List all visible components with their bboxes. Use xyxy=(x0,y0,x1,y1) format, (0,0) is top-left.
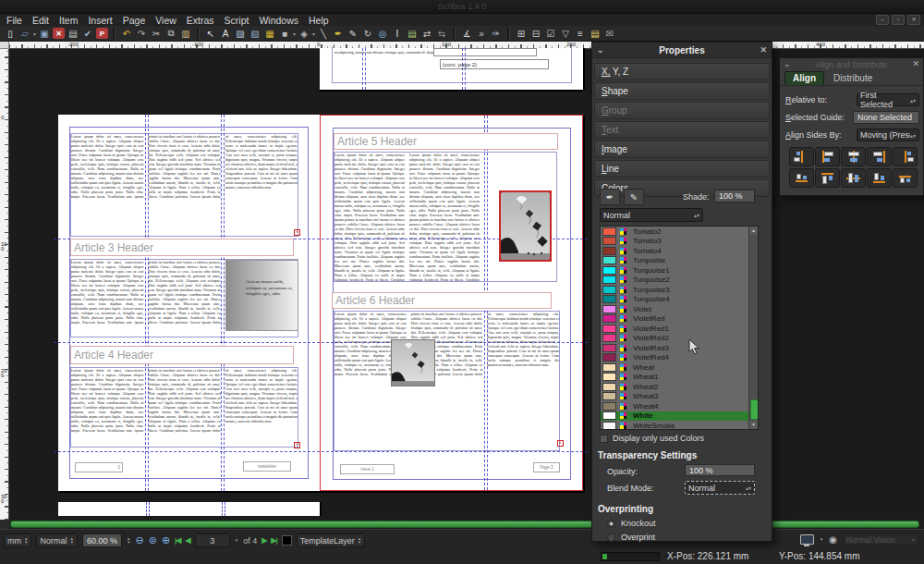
blend-mode-combo[interactable]: Normal▴▾ xyxy=(685,481,755,495)
align-top-to-anchor-button[interactable] xyxy=(789,168,814,188)
zoom-spinner-icon[interactable]: ▲▼ xyxy=(127,537,130,545)
align-bottom-to-anchor-button[interactable] xyxy=(893,168,918,188)
article4-header-frame[interactable]: Article 4 Header xyxy=(70,346,294,364)
align-right-to-anchor-button[interactable] xyxy=(893,147,918,166)
tab-distribute[interactable]: Distribute xyxy=(826,72,880,85)
color-list-item[interactable]: VioletRed xyxy=(601,314,758,325)
knockout-radio[interactable] xyxy=(607,520,615,528)
align-top-button[interactable] xyxy=(815,168,840,188)
zoom-level-field[interactable]: 60.00 % xyxy=(82,533,122,547)
insert-table-icon[interactable]: ▦ xyxy=(263,27,276,40)
color-list-item[interactable]: VioletRed2 xyxy=(601,334,758,344)
first-page-button[interactable]: |◀ xyxy=(175,536,180,545)
article6-body-frame[interactable]: Lorem ipsum dolor sit amet, consectetuer… xyxy=(334,311,560,451)
rotate-item-icon[interactable]: ↻ xyxy=(361,27,374,40)
zoom-icon[interactable]: ◎ xyxy=(376,27,389,40)
article5-header-frame[interactable]: Article 5 Header xyxy=(334,133,558,150)
horizontal-scrollbar[interactable] xyxy=(9,520,924,529)
center-vertical-axis-button[interactable] xyxy=(841,147,866,166)
color-list-item[interactable]: Violet xyxy=(601,304,758,314)
toolbar-separator[interactable] xyxy=(197,28,200,39)
zoom-out-icon[interactable]: ⊖ xyxy=(135,534,143,546)
resize-handle[interactable] xyxy=(549,190,552,193)
copy-icon[interactable]: ⧉ xyxy=(164,27,177,40)
insert-polygon-icon[interactable]: ◈ xyxy=(298,27,310,40)
pdf-push-button-icon[interactable]: ⊞ xyxy=(515,27,528,40)
resize-handle[interactable] xyxy=(499,259,502,262)
palette-title-bar[interactable]: ⌄ Align and Distribute ✕ xyxy=(780,58,923,70)
export-pdf-icon[interactable]: P xyxy=(96,28,108,39)
section-group[interactable]: Group xyxy=(594,102,770,119)
previous-page-button[interactable]: ◀ xyxy=(186,536,190,545)
relative-to-combo[interactable]: First Selected▴▾ xyxy=(857,93,919,106)
color-list-item[interactable]: VioletRed4 xyxy=(601,353,758,363)
next-page-button[interactable]: ▶ xyxy=(261,536,266,545)
quality-combo[interactable]: Normal▲▼ xyxy=(36,533,77,547)
align-bottom-button[interactable] xyxy=(867,168,892,188)
center-horizontal-axis-button[interactable] xyxy=(841,168,866,188)
pdf-list-box-icon[interactable]: ≡ xyxy=(574,27,587,40)
unit-combo[interactable]: mm▲▼ xyxy=(4,533,31,547)
article6-header-frame[interactable]: Article 6 Header xyxy=(332,292,552,309)
tab-align[interactable]: Align xyxy=(784,71,824,85)
page-number-footer[interactable]: 2 xyxy=(75,462,123,472)
color-list-item[interactable]: Turquoise xyxy=(601,256,758,266)
fill-type-combo[interactable]: Normal▴▾ xyxy=(600,208,703,222)
toolbar-separator[interactable] xyxy=(453,28,456,39)
article2-body-frame[interactable]: Lorem ipsum dolor sit amet, consectetuer… xyxy=(70,133,298,237)
selected-guide-field[interactable]: None Selected xyxy=(853,111,919,124)
print-document-icon[interactable]: ▤ xyxy=(67,27,79,40)
resize-handle[interactable] xyxy=(549,259,552,262)
insert-text-frame-icon[interactable]: A xyxy=(219,27,232,40)
color-list-scrollbar[interactable]: ▲ ▼ xyxy=(748,227,758,429)
pdf-checkbox-icon[interactable]: ☑ xyxy=(544,27,557,40)
section-text[interactable]: Text xyxy=(594,121,770,139)
color-list-item[interactable]: VioletRed1 xyxy=(601,324,758,334)
restore-button[interactable]: ▫ xyxy=(892,15,905,25)
page-number-footer[interactable]: Page 3 xyxy=(533,462,560,472)
select-item-icon[interactable]: ↖ xyxy=(204,27,217,40)
color-list-item[interactable]: Turquoise4 xyxy=(601,295,758,305)
edit-line-color-button[interactable]: ✒ xyxy=(600,189,620,205)
vertical-ruler[interactable]: 0100200300 xyxy=(0,49,9,520)
last-page-button[interactable]: ▶| xyxy=(271,536,276,545)
color-list-item[interactable]: VioletRed3 xyxy=(601,343,758,353)
vertical-guide[interactable] xyxy=(462,48,466,90)
page-dropdown-icon[interactable]: ▼ xyxy=(235,539,238,543)
undo-icon[interactable]: ↶ xyxy=(120,27,133,40)
pdf-combo-box-icon[interactable]: ▽ xyxy=(559,27,572,40)
edit-contents-icon[interactable]: I xyxy=(391,27,404,40)
color-list-item[interactable]: Wheat2 xyxy=(601,382,758,392)
article3-header-frame[interactable]: Article 3 Header xyxy=(70,239,294,256)
menu-item[interactable]: Script xyxy=(225,15,249,26)
chevron-down-icon[interactable]: ▼ xyxy=(820,538,823,542)
resize-handle[interactable] xyxy=(499,190,502,193)
gradient-image-frame[interactable]: Aenean massa nulla, volutpat eu, accumsa… xyxy=(225,260,298,331)
collapse-icon[interactable]: ⌄ xyxy=(597,44,604,55)
previous-page-partial[interactable]: ut adipiscing, mauris non dictum. tristi… xyxy=(320,48,583,90)
menu-item[interactable]: Extras xyxy=(187,15,214,26)
color-list-item[interactable]: Tomato2 xyxy=(601,227,758,237)
link-text-frames-icon[interactable]: ⇄ xyxy=(420,27,433,40)
article4-body-frame[interactable]: Lorem ipsum dolor sit amet, consectetuer… xyxy=(70,367,298,448)
color-list-item[interactable]: White xyxy=(601,411,758,422)
issue-footer[interactable]: Issue 1 xyxy=(340,464,395,474)
align-left-button[interactable] xyxy=(815,147,840,166)
close-icon[interactable]: ✕ xyxy=(912,58,919,69)
shade-field[interactable]: 100 % xyxy=(714,190,755,202)
pdf-text-annotation-icon[interactable]: ▤ xyxy=(589,27,602,40)
kites-photo-small[interactable] xyxy=(391,339,435,386)
menu-item[interactable]: Page xyxy=(123,15,146,26)
pdf-text-field-icon[interactable]: ⊟ xyxy=(529,27,542,40)
color-list-item[interactable]: Wheat1 xyxy=(601,373,758,383)
color-list-item[interactable]: Wheat3 xyxy=(601,392,758,402)
color-list-item[interactable]: Turquoise1 xyxy=(601,265,758,276)
preview-mode-icon[interactable] xyxy=(800,534,814,545)
page-3-current[interactable]: Article 5 Header Lorem ipsum dolor sit a… xyxy=(320,115,583,491)
color-list-item[interactable]: Turquoise2 xyxy=(601,276,758,286)
cut-icon[interactable]: ✂ xyxy=(150,27,163,40)
visual-appearance-icon[interactable]: ◉ xyxy=(829,534,837,546)
section-image[interactable]: Image xyxy=(594,141,770,158)
zoom-100-icon[interactable]: ⊚ xyxy=(149,534,157,546)
color-list-item[interactable]: WhiteSmoke xyxy=(601,421,758,430)
